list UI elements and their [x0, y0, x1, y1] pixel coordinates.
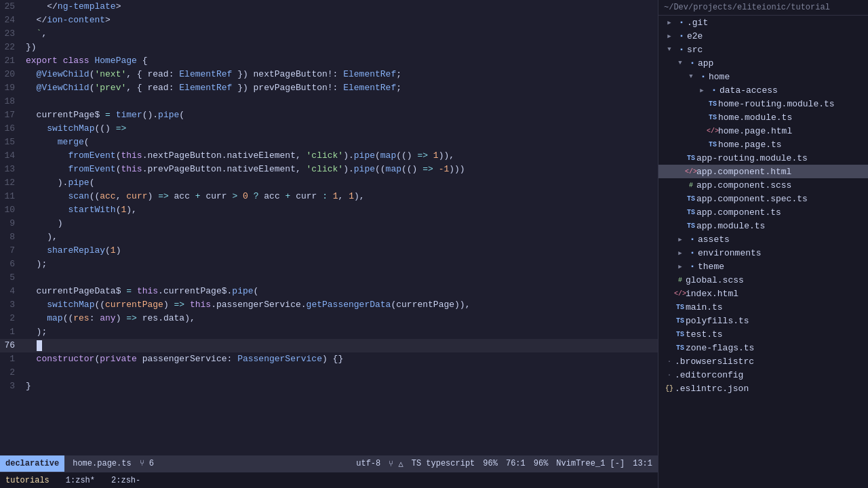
code-line: 4 currentPageData$ = this.currentPage$.p… [0, 285, 658, 298]
tree-item-app-module[interactable]: TS app.module.ts [658, 219, 868, 232]
statusbar-right: utf-8 ⑂ △ TS typescript 96% 76:1 96% Nvi… [356, 459, 652, 469]
tree-item-e2e[interactable]: ▶ ▪ e2e [658, 29, 868, 43]
tree-item-label: zone-flags.ts [686, 343, 754, 353]
folder-open-icon: ▪ [687, 58, 698, 68]
ts-file-icon: TS [686, 193, 696, 204]
tree-item-app-component-html[interactable]: </> app.component.html [658, 165, 868, 178]
tree-item-index-html[interactable]: </> index.html [658, 287, 868, 300]
folder-icon: ▪ [687, 234, 698, 245]
chevron-down-icon: ▼ [664, 44, 675, 55]
folder-icon: ▪ [709, 85, 719, 96]
status-zoom1: 96% [483, 459, 498, 468]
tree-item-theme[interactable]: ▶ ▪ theme [658, 260, 868, 273]
tree-item-app-routing[interactable]: TS app-routing.module.ts [658, 151, 868, 165]
code-line: 14 fromEvent(this.nextPageButton.nativeE… [0, 149, 658, 163]
folder-icon: ▪ [676, 17, 687, 28]
tree-item-home-page-ts[interactable]: TS home.page.ts [658, 138, 868, 151]
code-line: 2 map((res: any) => res.data), [0, 312, 658, 325]
scss-file-icon: # [686, 180, 696, 190]
tree-item-label: home [709, 72, 730, 82]
code-line: 15 merge( [0, 136, 658, 149]
ts-file-icon: TS [707, 98, 718, 109]
tree-item-eslintrc[interactable]: {} .eslintrc.json [658, 382, 868, 395]
status-file: home.page.ts [73, 459, 131, 468]
folder-icon: ▪ [687, 261, 698, 272]
terminal-item-3[interactable]: 2:zsh- [111, 476, 140, 485]
terminal-item-1[interactable]: tutorials [5, 476, 50, 485]
tree-item-label: app.module.ts [696, 221, 765, 231]
tree-item-label: src [687, 45, 703, 55]
tree-item-app-component-spec[interactable]: TS app.component.spec.ts [658, 192, 868, 205]
chevron-down-icon: ▼ [686, 71, 696, 82]
status-branch: ⑂ 6 [140, 459, 154, 468]
tree-item-app-component-scss[interactable]: # app.component.scss [658, 178, 868, 192]
tree-item-label: environments [698, 248, 762, 258]
tree-item-label: data-access [719, 85, 778, 96]
status-col: 13:1 [633, 459, 652, 468]
code-line: 25 </ng-template> [0, 0, 658, 14]
tree-item-label: .editorconfig [675, 370, 743, 380]
config-file-icon: · [664, 356, 675, 367]
code-line: 21 export class HomePage { [0, 54, 658, 68]
config-file-icon: · [664, 369, 675, 380]
tree-item-home-routing[interactable]: TS home-routing.module.ts [658, 97, 868, 110]
tree-item-environments[interactable]: ▶ ▪ environments [658, 246, 868, 260]
html-file-icon: </> [707, 125, 718, 136]
code-line: 13 fromEvent(this.prevPageButton.nativeE… [0, 163, 658, 176]
code-line: 7 shareReplay(1) [0, 244, 658, 258]
tree-item-editorconfig[interactable]: · .editorconfig [658, 368, 868, 382]
terminal-bar: tutorials 1:zsh* 2:zsh- [0, 472, 658, 488]
code-line: 22 }) [0, 41, 658, 54]
chevron-right-icon: ▶ [664, 17, 675, 28]
terminal-item-2[interactable]: 1:zsh* [66, 476, 95, 485]
tree-item-data-access[interactable]: ▶ ▪ data-access [658, 83, 868, 97]
code-line: 5 [0, 271, 658, 285]
tree-item-src[interactable]: ▼ ▪ src [658, 43, 868, 56]
chevron-right-icon: ▶ [675, 247, 686, 258]
tree-item-home-module[interactable]: TS home.module.ts [658, 110, 868, 124]
folder-open-icon: ▪ [676, 44, 687, 55]
tree-item-test-ts[interactable]: TS test.ts [658, 327, 868, 341]
code-line: 16 switchMap(() => [0, 122, 658, 136]
tree-item-app[interactable]: ▼ ▪ app [658, 56, 868, 70]
code-line: 17 currentPage$ = timer().pipe( [0, 108, 658, 122]
tree-item-browserslistrc[interactable]: · .browserslistrc [658, 354, 868, 368]
tree-item-app-component-ts[interactable]: TS app.component.ts [658, 205, 868, 219]
json-file-icon: {} [664, 383, 675, 394]
tree-item-label: test.ts [686, 329, 723, 340]
ts-file-icon: TS [686, 152, 696, 163]
tree-item-label: .git [687, 18, 708, 28]
status-zoom2: 96% [534, 459, 549, 468]
tree-item-zone-flags[interactable]: TS zone-flags.ts [658, 341, 868, 354]
status-position: 76:1 [506, 459, 526, 468]
ts-file-icon: TS [675, 315, 686, 326]
tree-item-label: .browserslistrc [675, 357, 754, 367]
tree-item-home[interactable]: ▼ ▪ home [658, 70, 868, 83]
tree-item-main-ts[interactable]: TS main.ts [658, 300, 868, 314]
tree-item-global-scss[interactable]: # global.scss [658, 273, 868, 287]
tree-item-label: app.component.spec.ts [696, 194, 808, 204]
ts-file-icon: TS [707, 112, 718, 123]
tree-item-label: app.component.html [696, 167, 791, 177]
chevron-right-icon: ▶ [696, 85, 707, 96]
chevron-right-icon: ▶ [675, 234, 686, 245]
tree-item-home-page-html[interactable]: </> home.page.html [658, 124, 868, 138]
tree-item-git[interactable]: ▶ ▪ .git [658, 16, 868, 29]
code-line: 9 ) [0, 217, 658, 230]
tree-item-label: assets [698, 235, 730, 245]
code-line: 19 @ViewChild('prev', { read: ElementRef… [0, 81, 658, 95]
status-nvimtree: NvimTree_1 [-] [556, 459, 625, 468]
filetree-header: ~/Dev/projects/eliteionic/tutorial [658, 0, 868, 16]
code-line: 1 constructor(private passengerService: … [0, 352, 658, 366]
tree-item-label: app.component.scss [696, 180, 791, 190]
tree-item-polyfills[interactable]: TS polyfills.ts [658, 314, 868, 327]
code-line: 3 } [0, 380, 658, 393]
tree-item-label: home-routing.module.ts [718, 99, 835, 109]
code-line: 11 scan((acc, curr) => acc + curr > 0 ? … [0, 190, 658, 203]
ts-file-icon: TS [707, 139, 718, 150]
tree-item-assets[interactable]: ▶ ▪ assets [658, 232, 868, 246]
tree-item-label: e2e [687, 31, 703, 41]
folder-icon: ▪ [676, 30, 687, 41]
ts-file-icon: TS [675, 329, 686, 340]
ts-file-icon: TS [686, 207, 696, 218]
